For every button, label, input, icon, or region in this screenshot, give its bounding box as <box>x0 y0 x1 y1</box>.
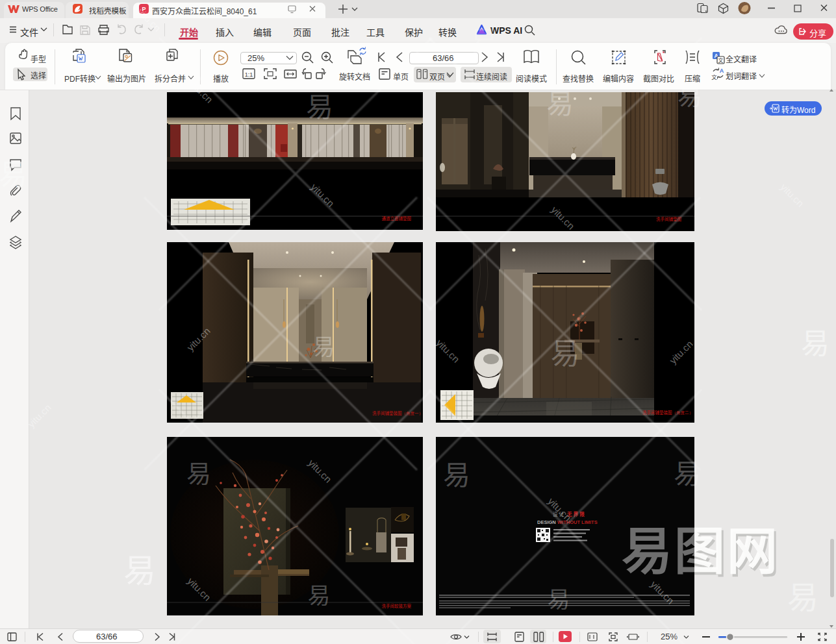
svg-text:洗手间铺垫装图（角度二）: 洗手间铺垫装图（角度二） <box>642 410 693 415</box>
svg-text:通道立面铺垫图: 通道立面铺垫图 <box>382 216 412 221</box>
svg-text:设 计: 设 计 <box>553 511 564 517</box>
svg-text:洗手间软装方案: 洗手间软装方案 <box>382 603 412 609</box>
svg-text:DESIGN: DESIGN <box>537 519 556 525</box>
svg-text:洗手间铺垫装图（角度一）: 洗手间铺垫装图（角度一） <box>372 410 423 416</box>
svg-text:洗手间铺垫图: 洗手间铺垫图 <box>656 216 681 222</box>
svg-text:P: P <box>142 6 146 12</box>
svg-text:无 界 限: 无 界 限 <box>566 511 585 517</box>
svg-text:WITHOUT LIMITS: WITHOUT LIMITS <box>557 519 598 525</box>
